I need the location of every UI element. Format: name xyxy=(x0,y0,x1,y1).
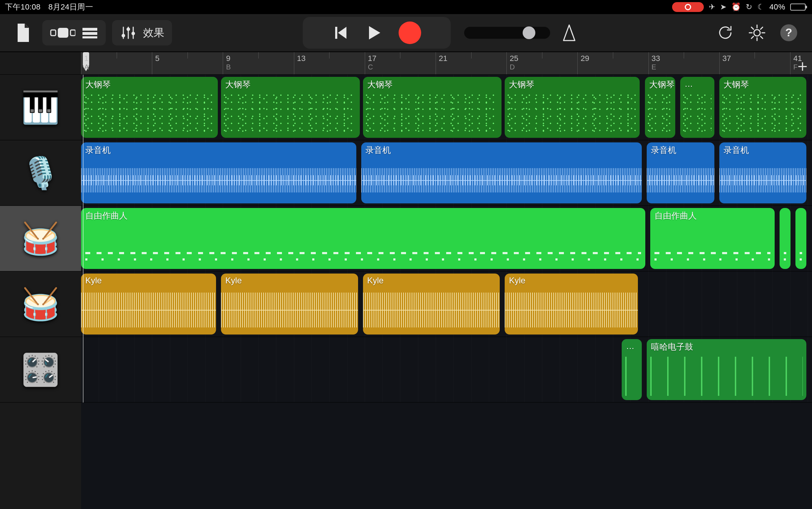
region[interactable]: 录音机 xyxy=(81,142,356,203)
region-label: Kyle xyxy=(509,276,525,286)
region[interactable]: 自由作曲人 xyxy=(81,208,645,269)
svg-point-7 xyxy=(127,27,130,31)
region[interactable]: 大钢琴 xyxy=(645,77,676,138)
svg-rect-4 xyxy=(82,32,97,35)
lane-drum-kit-alt[interactable]: KyleKyleKyleKyle xyxy=(81,271,812,337)
ruler-bar-5: 5 xyxy=(152,52,159,74)
region[interactable]: Kyle xyxy=(363,274,500,335)
track-header-column: 🎹 🎙️ 🥁 🥁 🎛️ xyxy=(0,52,81,509)
microphone-icon: 🎙️ xyxy=(21,158,60,189)
track-header-piano[interactable]: 🎹 xyxy=(0,75,81,140)
region[interactable]: 大钢琴 xyxy=(221,77,359,138)
region-label: 大钢琴 xyxy=(649,79,675,90)
track-header-drum-machine[interactable]: 🎛️ xyxy=(0,337,81,403)
status-date: 8月24日周一 xyxy=(48,2,93,12)
region[interactable]: 录音机 xyxy=(361,142,642,203)
region[interactable] xyxy=(795,208,806,269)
svg-text:?: ? xyxy=(785,26,792,39)
region-label: 大钢琴 xyxy=(367,79,393,90)
ruler-halftick xyxy=(187,52,188,59)
svg-point-6 xyxy=(122,34,125,37)
ruler-bar-25: 25D xyxy=(506,52,518,74)
ruler-bar-33: 33E xyxy=(648,52,660,74)
ruler-bar-29: 29 xyxy=(577,52,589,74)
region-label: 大钢琴 xyxy=(724,79,749,90)
region[interactable]: 录音机 xyxy=(719,142,807,203)
transport xyxy=(303,17,451,49)
region-label: 录音机 xyxy=(651,145,676,156)
region[interactable]: 自由作曲人 xyxy=(650,208,775,269)
ruler-bar-1: 1A xyxy=(81,52,89,74)
ruler-halftick xyxy=(329,52,330,59)
region[interactable]: 嘻哈电子鼓 xyxy=(647,339,807,400)
track-lanes[interactable]: 大钢琴大钢琴大钢琴大钢琴大钢琴…大钢琴录音机录音机录音机录音机自由作曲人自由作曲… xyxy=(81,75,812,403)
ruler-halftick xyxy=(755,52,755,59)
ruler-halftick xyxy=(613,52,613,59)
region[interactable]: … xyxy=(680,77,714,138)
region-label: 大钢琴 xyxy=(509,79,534,90)
region-label: 大钢琴 xyxy=(85,79,111,90)
drums-icon: 🥁 xyxy=(21,223,60,254)
region[interactable] xyxy=(780,208,791,269)
track-header-drums[interactable]: 🥁 xyxy=(0,206,81,271)
drum-machine-icon: 🎛️ xyxy=(21,354,60,385)
region[interactable]: 大钢琴 xyxy=(505,77,640,138)
ruler-bar-37: 37 xyxy=(719,52,731,74)
my-songs-button[interactable] xyxy=(11,20,36,45)
arrange-area[interactable]: ＋ 1A59B1317C2125D2933E3741F 大钢琴大钢琴大钢琴大钢琴… xyxy=(81,52,812,509)
record-button[interactable] xyxy=(399,22,421,44)
do-not-disturb-icon: ☾ xyxy=(757,2,764,12)
region-label: … xyxy=(684,79,693,89)
ruler-halftick xyxy=(117,52,117,59)
ruler-halftick xyxy=(542,52,542,59)
svg-point-8 xyxy=(131,32,135,35)
timeline-ruler[interactable]: ＋ 1A59B1317C2125D2933E3741F xyxy=(81,52,812,75)
rewind-button[interactable] xyxy=(332,20,349,45)
track-controls[interactable]: 效果 xyxy=(112,20,172,45)
region[interactable]: 大钢琴 xyxy=(719,77,807,138)
ruler-bar-13: 13 xyxy=(294,52,306,74)
region-label: 录音机 xyxy=(365,145,391,156)
ios-status-bar: 下午10:08 8月24日周一 ✈ ➤ ⏰ ↻ ☾ 40% xyxy=(0,0,812,14)
ruler-halftick xyxy=(684,52,684,59)
svg-point-9 xyxy=(754,30,760,36)
ruler-bar-41: 41F xyxy=(790,52,802,74)
region[interactable]: 录音机 xyxy=(647,142,714,203)
main-area: 🎹 🎙️ 🥁 🥁 🎛️ ＋ 1A59B1317C2125D2933E3741F … xyxy=(0,52,812,509)
lane-microphone[interactable]: 录音机录音机录音机录音机 xyxy=(81,140,812,206)
master-volume-slider[interactable] xyxy=(464,27,550,39)
app-toolbar: 效果 ? xyxy=(0,14,812,52)
region-label: 嘻哈电子鼓 xyxy=(651,341,693,352)
region[interactable]: Kyle xyxy=(81,274,216,335)
metronome-button[interactable] xyxy=(556,20,582,45)
region[interactable]: … xyxy=(622,339,641,400)
lane-drum-kit[interactable]: 自由作曲人自由作曲人 xyxy=(81,206,812,271)
battery-percent: 40% xyxy=(769,2,785,12)
settings-button[interactable] xyxy=(744,20,770,45)
browser-view-icon xyxy=(50,26,75,39)
svg-rect-0 xyxy=(51,30,56,36)
track-header-drums-alt[interactable]: 🥁 xyxy=(0,271,81,337)
lane-drum-machine[interactable]: …嘻哈电子鼓 xyxy=(81,337,812,403)
region[interactable]: Kyle xyxy=(221,274,358,335)
view-toggle[interactable] xyxy=(42,20,106,45)
region[interactable]: 大钢琴 xyxy=(81,77,218,138)
track-header-microphone[interactable]: 🎙️ xyxy=(0,140,81,206)
lane-grand-piano[interactable]: 大钢琴大钢琴大钢琴大钢琴大钢琴…大钢琴 xyxy=(81,75,812,140)
region[interactable]: 大钢琴 xyxy=(363,77,502,138)
help-button[interactable]: ? xyxy=(776,20,801,45)
play-button[interactable] xyxy=(365,20,382,45)
ruler-bar-21: 21 xyxy=(436,52,447,74)
alarm-icon: ⏰ xyxy=(731,2,741,12)
location-icon: ➤ xyxy=(720,2,726,12)
region[interactable]: Kyle xyxy=(505,274,638,335)
region-label: Kyle xyxy=(225,276,242,286)
screen-record-pill-icon[interactable] xyxy=(672,2,704,12)
status-time: 下午10:08 xyxy=(5,2,41,12)
sync-icon: ↻ xyxy=(746,2,752,12)
region-label: 自由作曲人 xyxy=(654,210,697,221)
svg-rect-1 xyxy=(58,28,68,38)
loop-browser-button[interactable] xyxy=(713,20,738,45)
region-label: 自由作曲人 xyxy=(85,210,128,221)
slider-knob-icon[interactable] xyxy=(523,26,535,39)
